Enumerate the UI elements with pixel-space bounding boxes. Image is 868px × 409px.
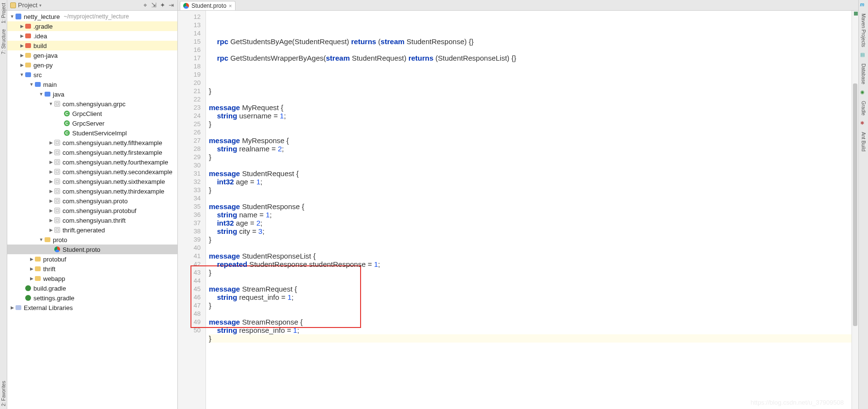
close-icon[interactable]: × [229, 3, 232, 9]
expand-arrow-icon[interactable]: ▶ [48, 150, 54, 155]
tree-item[interactable]: ▶com.shengsiyuan.protobuf [7, 206, 177, 215]
code-line[interactable]: string username = 1; [209, 112, 852, 120]
tree-item[interactable]: Student.proto [7, 245, 177, 254]
editor-code-area[interactable]: rpc GetStudentsByAge(StudentRequest) ret… [206, 11, 852, 409]
vertical-scrollbar[interactable] [852, 11, 858, 409]
code-line[interactable]: message StudentRequest { [209, 169, 852, 178]
code-line[interactable]: } [209, 186, 852, 194]
expand-arrow-icon[interactable]: ▶ [48, 208, 54, 213]
expand-arrow-icon[interactable]: ▶ [48, 228, 54, 232]
code-line[interactable]: } [209, 153, 852, 161]
code-line[interactable] [209, 95, 852, 103]
tree-item[interactable]: ▶External Libraries [7, 303, 177, 312]
code-line[interactable] [209, 277, 852, 285]
tree-item[interactable]: settings.gradle [7, 293, 177, 303]
expand-arrow-icon[interactable]: ▶ [48, 198, 54, 203]
expand-arrow-icon[interactable]: ▶ [48, 140, 54, 145]
tree-item[interactable]: ▶com.shengsiyuan.proto [7, 196, 177, 206]
code-line[interactable]: string response_info = 1; [209, 326, 852, 334]
tree-item[interactable]: CStudentServiceImpl [7, 128, 177, 138]
tree-item[interactable]: ▼proto [7, 235, 177, 245]
tree-item[interactable]: ▶protobuf [7, 254, 177, 264]
tree-item[interactable]: CGrpcClient [7, 109, 177, 118]
toolwin-project-tab[interactable]: 1: Project [0, 0, 7, 26]
scrollbar-thumb[interactable] [853, 83, 857, 326]
tree-item[interactable]: ▼main [7, 80, 177, 89]
expand-arrow-icon[interactable]: ▶ [19, 24, 25, 29]
tree-item[interactable]: ▶build [7, 41, 177, 50]
code-line[interactable]: } [209, 268, 852, 277]
expand-arrow-icon[interactable]: ▶ [29, 276, 34, 281]
code-line[interactable]: } [209, 120, 852, 128]
tree-item[interactable]: ▶.gradle [7, 21, 177, 31]
code-line[interactable] [209, 194, 852, 202]
expand-arrow-icon[interactable]: ▶ [29, 266, 34, 271]
toolwin-gradle-tab[interactable]: Gradle [860, 98, 867, 118]
toolwin-ant-tab[interactable]: Ant Build [860, 129, 867, 154]
tree-item[interactable]: ▼java [7, 89, 177, 99]
tree-item[interactable]: ▶com.shengsiyuan.netty.secondexample [7, 167, 177, 177]
editor-tab-student-proto[interactable]: Student.proto × [180, 1, 236, 10]
tree-item[interactable]: ▶gen-java [7, 50, 177, 60]
expand-arrow-icon[interactable]: ▶ [9, 305, 15, 310]
tree-item[interactable]: ▶webapp [7, 274, 177, 283]
toolwin-maven-tab[interactable]: Maven Projects [860, 11, 867, 50]
hide-icon[interactable]: ⇥ [168, 2, 174, 9]
tree-item[interactable]: ▶thrift [7, 264, 177, 274]
expand-arrow-icon[interactable]: ▼ [29, 82, 34, 87]
chevron-down-icon[interactable]: ▾ [39, 3, 42, 8]
code-line[interactable] [209, 161, 852, 169]
expand-arrow-icon[interactable]: ▶ [48, 160, 54, 164]
code-line[interactable]: } [209, 334, 852, 343]
tree-item[interactable]: ▼src [7, 70, 177, 80]
expand-arrow-icon[interactable]: ▶ [48, 189, 54, 194]
expand-arrow-icon[interactable]: ▼ [19, 72, 25, 77]
expand-arrow-icon[interactable]: ▼ [48, 101, 54, 106]
code-line[interactable]: } [209, 235, 852, 244]
tree-item[interactable]: ▶com.shengsiyuan.netty.fifthexample [7, 138, 177, 147]
expand-arrow-icon[interactable]: ▶ [19, 63, 25, 67]
code-line[interactable] [209, 46, 852, 54]
expand-arrow-icon[interactable]: ▶ [48, 218, 54, 223]
code-line[interactable]: string name = 1; [209, 211, 852, 219]
expand-arrow-icon[interactable]: ▶ [48, 179, 54, 184]
expand-arrow-icon[interactable]: ▼ [38, 92, 44, 97]
expand-arrow-icon[interactable]: ▼ [9, 14, 15, 19]
code-line[interactable]: int32 age = 1; [209, 178, 852, 186]
tree-item[interactable]: ▶com.shengsiyuan.netty.fourthexample [7, 157, 177, 167]
code-line[interactable] [209, 62, 852, 70]
code-line[interactable]: rpc GetStudentsWrapperByAges(stream Stud… [209, 54, 852, 62]
tree-item[interactable]: ▶.idea [7, 31, 177, 41]
code-line[interactable]: repeated StudentResponse studentResponse… [209, 260, 852, 268]
project-tree[interactable]: ▼netty_lecture~/myproject/netty_lecture▶… [7, 11, 178, 409]
code-line[interactable]: int32 age = 2; [209, 219, 852, 227]
code-line[interactable] [209, 310, 852, 318]
tree-item[interactable]: ▶thrift.generated [7, 225, 177, 235]
tree-item[interactable]: ▼com.shengsiyuan.grpc [7, 99, 177, 109]
code-line[interactable]: } [209, 301, 852, 310]
tree-item[interactable]: CGrpcServer [7, 118, 177, 128]
code-line[interactable]: message StreamRequest { [209, 285, 852, 293]
gear-icon[interactable]: ✦ [159, 2, 166, 9]
code-line[interactable] [209, 70, 852, 79]
toolwin-favorites-tab[interactable]: 2: Favorites [0, 378, 7, 409]
code-line[interactable]: message StudentResponseList { [209, 252, 852, 260]
locate-icon[interactable]: ⌖ [142, 2, 148, 9]
code-line[interactable] [209, 128, 852, 136]
code-line[interactable] [209, 343, 852, 351]
expand-arrow-icon[interactable]: ▼ [38, 237, 44, 242]
expand-arrow-icon[interactable]: ▶ [19, 33, 25, 38]
expand-arrow-icon[interactable]: ▶ [29, 257, 34, 262]
code-line[interactable]: string request_info = 1; [209, 293, 852, 301]
code-line[interactable]: message StreamResponse { [209, 318, 852, 326]
tree-item[interactable]: ▶com.shengsiyuan.netty.firstexample [7, 147, 177, 157]
code-line[interactable]: message MyResponse { [209, 136, 852, 145]
toolwin-structure-tab[interactable]: 7: Structure [0, 26, 7, 57]
tree-item[interactable]: ▶gen-py [7, 60, 177, 70]
code-line[interactable]: string city = 3; [209, 227, 852, 235]
tree-item[interactable]: ▶com.shengsiyuan.thrift [7, 215, 177, 225]
code-line[interactable] [209, 244, 852, 252]
expand-arrow-icon[interactable]: ▶ [19, 43, 25, 48]
code-line[interactable] [209, 79, 852, 87]
code-line[interactable]: message MyRequest { [209, 103, 852, 112]
